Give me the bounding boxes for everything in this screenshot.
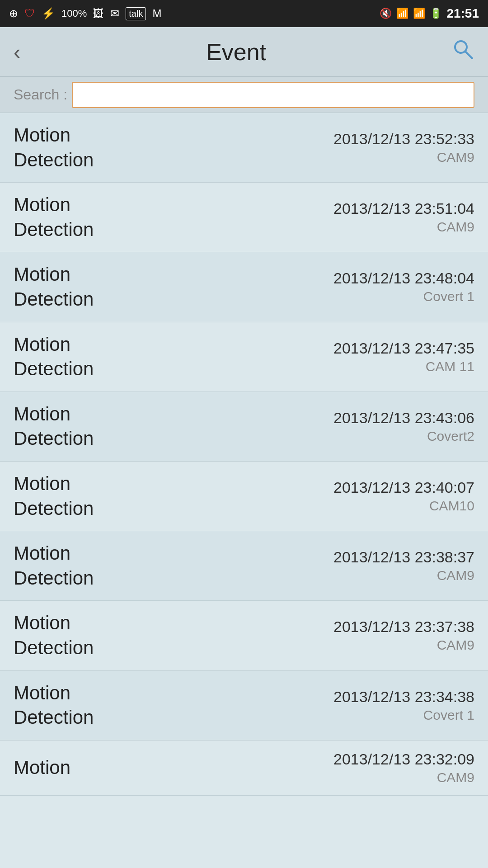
event-details: 2013/12/13 23:52:33CAM9 xyxy=(333,130,474,165)
event-camera: CAM9 xyxy=(333,219,474,235)
event-details: 2013/12/13 23:51:04CAM9 xyxy=(333,200,474,235)
event-type: Motion Detection xyxy=(14,262,94,311)
event-camera: Covert2 xyxy=(333,429,474,444)
event-details: 2013/12/13 23:40:07CAM10 xyxy=(333,479,474,514)
event-timestamp: 2013/12/13 23:34:38 xyxy=(333,688,474,706)
add-icon: ⊕ xyxy=(9,7,18,20)
event-camera: Covert 1 xyxy=(333,708,474,723)
event-type: Motion Detection xyxy=(14,193,94,242)
event-timestamp: 2013/12/13 23:51:04 xyxy=(333,200,474,217)
event-timestamp: 2013/12/13 23:43:06 xyxy=(333,409,474,427)
battery-full-icon: 🔋 xyxy=(430,8,442,19)
event-item[interactable]: Motion Detection2013/12/13 23:48:04Cover… xyxy=(0,252,488,322)
event-timestamp: 2013/12/13 23:47:35 xyxy=(333,340,474,357)
event-item[interactable]: Motion Detection2013/12/13 23:52:33CAM9 xyxy=(0,113,488,183)
event-timestamp: 2013/12/13 23:38:37 xyxy=(333,548,474,566)
back-button[interactable]: ‹ xyxy=(14,40,20,64)
event-camera: CAM9 xyxy=(333,150,474,165)
page-title: Event xyxy=(206,38,266,66)
event-item[interactable]: Motion Detection2013/12/13 23:34:38Cover… xyxy=(0,671,488,741)
event-timestamp: 2013/12/13 23:52:33 xyxy=(333,130,474,148)
event-type: Motion Detection xyxy=(14,541,94,590)
event-item[interactable]: Motion Detection2013/12/13 23:37:38CAM9 xyxy=(0,601,488,670)
event-camera: CAM9 xyxy=(333,770,474,785)
event-timestamp: 2013/12/13 23:37:38 xyxy=(333,618,474,636)
wifi-icon: 📶 xyxy=(396,8,408,19)
event-camera: CAM9 xyxy=(333,568,474,583)
event-camera: CAM 11 xyxy=(333,359,474,374)
search-bar: Search : xyxy=(0,77,488,113)
status-bar-right: 🔇 📶 📶 🔋 21:51 xyxy=(380,6,479,21)
event-item[interactable]: Motion Detection2013/12/13 23:51:04CAM9 xyxy=(0,183,488,252)
event-details: 2013/12/13 23:37:38CAM9 xyxy=(333,618,474,653)
event-details: 2013/12/13 23:48:04Covert 1 xyxy=(333,269,474,304)
image-icon: 🖼 xyxy=(93,7,104,20)
event-timestamp: 2013/12/13 23:40:07 xyxy=(333,479,474,496)
mail-icon: ✉ xyxy=(110,7,119,20)
event-type: Motion Detection xyxy=(14,123,94,172)
event-details: 2013/12/13 23:32:09CAM9 xyxy=(333,750,474,785)
event-type: Motion Detection xyxy=(14,681,94,730)
event-timestamp: 2013/12/13 23:32:09 xyxy=(333,750,474,768)
signal-mute-icon: 🔇 xyxy=(380,8,392,19)
event-type: Motion Detection xyxy=(14,332,94,382)
event-item[interactable]: Motion Detection2013/12/13 23:47:35CAM 1… xyxy=(0,322,488,392)
header: ‹ Event xyxy=(0,27,488,77)
clock: 21:51 xyxy=(446,6,479,21)
event-details: 2013/12/13 23:38:37CAM9 xyxy=(333,548,474,583)
event-item[interactable]: Motion Detection2013/12/13 23:43:06Cover… xyxy=(0,392,488,462)
usb-icon: ⚡ xyxy=(42,7,55,20)
battery-icon: 100% xyxy=(61,8,87,19)
event-type: Motion Detection xyxy=(14,472,94,521)
event-details: 2013/12/13 23:47:35CAM 11 xyxy=(333,340,474,374)
event-details: 2013/12/13 23:34:38Covert 1 xyxy=(333,688,474,723)
search-button[interactable] xyxy=(452,38,474,66)
event-item[interactable]: Motion Detection2013/12/13 23:38:37CAM9 xyxy=(0,531,488,601)
gmail-icon: M xyxy=(152,7,161,20)
event-type: Motion Detection xyxy=(14,611,94,660)
svg-line-1 xyxy=(465,52,472,58)
cell-signal-icon: 📶 xyxy=(413,8,425,19)
search-input[interactable] xyxy=(72,82,474,108)
event-item[interactable]: Motion Detection2013/12/13 23:40:07CAM10 xyxy=(0,462,488,531)
search-label: Search : xyxy=(14,86,67,103)
event-details: 2013/12/13 23:43:06Covert2 xyxy=(333,409,474,444)
event-type: Motion Detection xyxy=(14,402,94,451)
talk-icon: talk xyxy=(126,7,146,20)
event-camera: CAM9 xyxy=(333,637,474,653)
event-camera: Covert 1 xyxy=(333,289,474,304)
status-bar-left: ⊕ 🛡 ⚡ 100% 🖼 ✉ talk M xyxy=(9,7,161,20)
event-item[interactable]: Motion2013/12/13 23:32:09CAM9 xyxy=(0,741,488,796)
event-timestamp: 2013/12/13 23:48:04 xyxy=(333,269,474,287)
shield-icon: 🛡 xyxy=(24,7,35,20)
status-bar: ⊕ 🛡 ⚡ 100% 🖼 ✉ talk M 🔇 📶 📶 🔋 21:51 xyxy=(0,0,488,27)
event-type: Motion xyxy=(14,755,70,780)
event-list: Motion Detection2013/12/13 23:52:33CAM9M… xyxy=(0,113,488,796)
event-camera: CAM10 xyxy=(333,498,474,514)
